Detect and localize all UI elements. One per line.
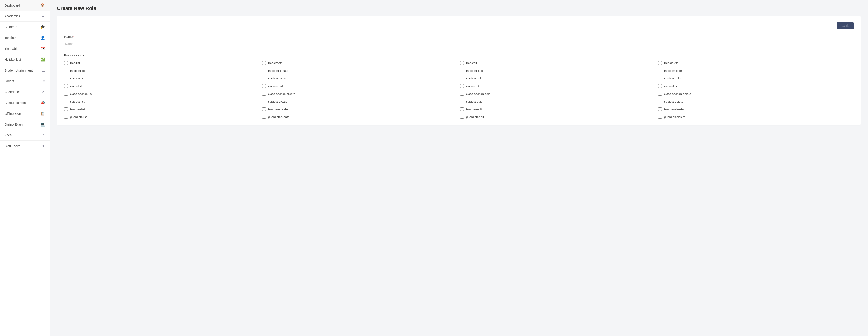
sidebar-icon-academics: 🏛 (41, 14, 45, 18)
sidebar-item-sliders[interactable]: Sliders ≡ (0, 76, 50, 86)
permission-item-role-delete: role-delete (658, 61, 854, 65)
sidebar-item-online-exam[interactable]: Online Exam 💻 (0, 119, 50, 130)
permission-label-class-section-list[interactable]: class-section-list (70, 92, 92, 95)
sidebar-item-student-assignment[interactable]: Student Assignment ☰ (0, 65, 50, 76)
sidebar-icon-fees: $ (43, 133, 45, 137)
sidebar-icon-teacher: 👤 (40, 35, 45, 40)
permission-label-teacher-create[interactable]: teacher-create (268, 108, 288, 111)
permission-checkbox-section-delete[interactable] (658, 77, 662, 80)
permission-checkbox-class-section-list[interactable] (64, 92, 68, 95)
permission-item-section-create: section-create (262, 77, 458, 80)
sidebar-item-students[interactable]: Students 🎓 (0, 22, 50, 32)
permission-label-subject-list[interactable]: subject-list (70, 100, 85, 103)
sidebar-label-online-exam: Online Exam (4, 123, 40, 127)
permission-checkbox-section-edit[interactable] (460, 77, 464, 80)
sidebar-item-announcement[interactable]: Announcement 📣 (0, 97, 50, 108)
sidebar-item-teacher[interactable]: Teacher 👤 (0, 32, 50, 43)
permission-item-teacher-delete: teacher-delete (658, 107, 854, 111)
permission-checkbox-subject-edit[interactable] (460, 100, 464, 103)
sidebar-item-staff-leave[interactable]: Staff Leave ✈ (0, 141, 50, 151)
permission-label-role-list[interactable]: role-list (70, 61, 80, 65)
permission-item-medium-delete: medium-delete (658, 69, 854, 73)
permission-checkbox-medium-list[interactable] (64, 69, 68, 73)
sidebar-icon-offline-exam: 📋 (40, 111, 45, 116)
permission-label-class-edit[interactable]: class-edit (466, 84, 479, 88)
permission-checkbox-medium-delete[interactable] (658, 69, 662, 73)
permission-checkbox-class-section-delete[interactable] (658, 92, 662, 95)
permission-checkbox-role-delete[interactable] (658, 61, 662, 65)
permission-label-medium-delete[interactable]: medium-delete (664, 69, 684, 73)
permission-label-class-section-create[interactable]: class-section-create (268, 92, 295, 95)
name-field-group: Name* (64, 35, 854, 53)
permission-checkbox-class-list[interactable] (64, 84, 68, 88)
permission-label-class-section-delete[interactable]: class-section-delete (664, 92, 691, 95)
permission-label-guardian-delete[interactable]: guardian-delete (664, 115, 685, 119)
permission-checkbox-class-edit[interactable] (460, 84, 464, 88)
permission-checkbox-teacher-edit[interactable] (460, 107, 464, 111)
permission-checkbox-subject-delete[interactable] (658, 100, 662, 103)
sidebar-label-students: Students (4, 25, 40, 29)
permission-checkbox-medium-create[interactable] (262, 69, 266, 73)
permission-label-role-edit[interactable]: role-edit (466, 61, 477, 65)
permission-item-medium-edit: medium-edit (460, 69, 655, 73)
permission-checkbox-subject-list[interactable] (64, 100, 68, 103)
permission-checkbox-teacher-create[interactable] (262, 107, 266, 111)
sidebar-item-timetable[interactable]: Timetable 📅 (0, 43, 50, 54)
sidebar-item-offline-exam[interactable]: Offline Exam 📋 (0, 108, 50, 119)
permission-checkbox-subject-create[interactable] (262, 100, 266, 103)
permission-label-subject-delete[interactable]: subject-delete (664, 100, 683, 103)
permission-checkbox-guardian-create[interactable] (262, 115, 266, 119)
permission-label-class-list[interactable]: class-list (70, 84, 82, 88)
permission-checkbox-class-create[interactable] (262, 84, 266, 88)
permission-item-class-section-delete: class-section-delete (658, 92, 854, 95)
permission-checkbox-role-list[interactable] (64, 61, 68, 65)
sidebar-icon-staff-leave: ✈ (42, 144, 45, 148)
permission-label-subject-create[interactable]: subject-create (268, 100, 287, 103)
back-button[interactable]: Back (837, 22, 854, 29)
sidebar-item-fees[interactable]: Fees $ (0, 130, 50, 141)
permission-label-medium-create[interactable]: medium-create (268, 69, 288, 73)
permission-checkbox-class-delete[interactable] (658, 84, 662, 88)
permission-checkbox-role-edit[interactable] (460, 61, 464, 65)
permission-label-section-delete[interactable]: section-delete (664, 77, 683, 80)
sidebar-item-holiday-list[interactable]: Holiday List ✅ (0, 54, 50, 65)
permission-label-role-create[interactable]: role-create (268, 61, 283, 65)
permission-checkbox-section-list[interactable] (64, 77, 68, 80)
permission-label-subject-edit[interactable]: subject-edit (466, 100, 482, 103)
permission-checkbox-class-section-edit[interactable] (460, 92, 464, 95)
permission-checkbox-guardian-delete[interactable] (658, 115, 662, 119)
name-input[interactable] (64, 40, 854, 48)
sidebar-item-attendance[interactable]: Attendance ✔ (0, 86, 50, 97)
permission-label-guardian-create[interactable]: guardian-create (268, 115, 289, 119)
permission-label-section-edit[interactable]: section-edit (466, 77, 482, 80)
permission-item-guardian-edit: guardian-edit (460, 115, 655, 119)
permission-label-guardian-edit[interactable]: guardian-edit (466, 115, 484, 119)
permission-checkbox-section-create[interactable] (262, 77, 266, 80)
permission-checkbox-guardian-edit[interactable] (460, 115, 464, 119)
permission-label-section-list[interactable]: section-list (70, 77, 85, 80)
permission-checkbox-teacher-list[interactable] (64, 107, 68, 111)
sidebar-item-dashboard[interactable]: Dashboard 🏠 (0, 0, 50, 11)
sidebar: Dashboard 🏠 Academics 🏛 Students 🎓 Teach… (0, 0, 50, 336)
permission-label-class-create[interactable]: class-create (268, 84, 285, 88)
permission-label-guardian-list[interactable]: guardian-list (70, 115, 87, 119)
sidebar-item-academics[interactable]: Academics 🏛 (0, 11, 50, 22)
permission-checkbox-teacher-delete[interactable] (658, 107, 662, 111)
permission-checkbox-guardian-list[interactable] (64, 115, 68, 119)
permission-label-teacher-list[interactable]: teacher-list (70, 108, 85, 111)
permission-checkbox-class-section-create[interactable] (262, 92, 266, 95)
permission-item-medium-list: medium-list (64, 69, 259, 73)
permission-label-class-delete[interactable]: class-delete (664, 84, 680, 88)
permission-label-class-section-edit[interactable]: class-section-edit (466, 92, 490, 95)
permission-label-medium-list[interactable]: medium-list (70, 69, 86, 73)
permission-label-medium-edit[interactable]: medium-edit (466, 69, 483, 73)
permissions-label: Permissions: (64, 53, 854, 57)
permission-label-role-delete[interactable]: role-delete (664, 61, 679, 65)
permission-checkbox-role-create[interactable] (262, 61, 266, 65)
permission-label-teacher-edit[interactable]: teacher-edit (466, 108, 482, 111)
permission-label-section-create[interactable]: section-create (268, 77, 287, 80)
permission-item-subject-create: subject-create (262, 100, 458, 103)
permission-checkbox-medium-edit[interactable] (460, 69, 464, 73)
permission-label-teacher-delete[interactable]: teacher-delete (664, 108, 684, 111)
permission-item-class-section-edit: class-section-edit (460, 92, 655, 95)
